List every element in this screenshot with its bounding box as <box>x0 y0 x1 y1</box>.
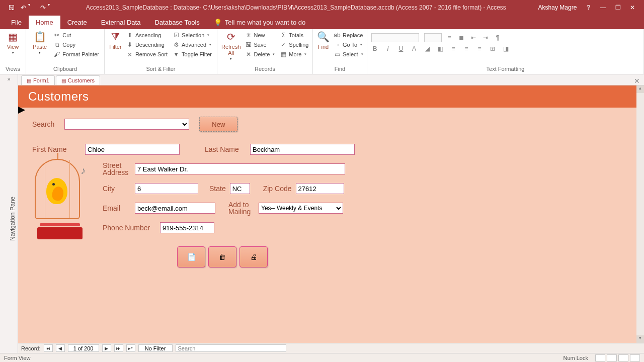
descending-button[interactable]: ⬇Descending <box>125 41 169 49</box>
remove-sort-button[interactable]: ⨯Remove Sort <box>125 50 169 58</box>
title-bar: 🖫 ↶▾ ↷▾ Access2013_SampleDatabase : Data… <box>0 0 644 15</box>
tell-me-text: Tell me what you want to do <box>225 19 305 26</box>
numbering-icon[interactable]: ≣ <box>458 34 465 41</box>
check-icon: ✓ <box>280 41 287 48</box>
tab-external-data[interactable]: External Data <box>94 16 148 29</box>
tab-create[interactable]: Create <box>60 16 94 29</box>
arrow-right-icon: → <box>334 41 341 48</box>
group-find-label: Find <box>317 66 363 73</box>
group-textfmt-label: Text Formatting <box>371 66 639 73</box>
cut-button[interactable]: ✂Cut <box>52 31 100 39</box>
brush-icon: 🖌 <box>53 51 60 58</box>
find-button[interactable]: 🔍 Find <box>317 31 330 50</box>
bullets-icon[interactable]: ≡ <box>446 34 453 41</box>
restore-icon[interactable]: ❐ <box>615 4 621 11</box>
window-title: Access2013_SampleDatabase : Database- C:… <box>54 4 538 11</box>
tab-home[interactable]: Home <box>29 16 60 29</box>
underline-button[interactable]: U <box>397 45 405 52</box>
group-clipboard-label: Clipboard <box>30 66 100 73</box>
grid-icon: ▦ <box>8 31 18 43</box>
tab-database-tools[interactable]: Database Tools <box>147 16 206 29</box>
tab-file[interactable]: File <box>4 16 29 29</box>
minimize-icon[interactable]: — <box>600 4 606 11</box>
close-icon[interactable]: ✕ <box>630 4 635 11</box>
new-button[interactable]: ✳New <box>244 31 276 39</box>
alt-row-icon[interactable]: ◨ <box>502 45 509 52</box>
tell-me[interactable]: 💡 Tell me what you want to do <box>207 16 312 29</box>
refresh-all-button[interactable]: ⟳ Refresh All ▾ <box>221 31 241 61</box>
ltr-icon[interactable]: ¶ <box>494 34 501 41</box>
gridlines-icon[interactable]: ⊞ <box>489 45 496 52</box>
funnel-icon: ⧩ <box>111 31 120 43</box>
new-icon: ✳ <box>245 32 252 39</box>
filter-button[interactable]: ⧩ Filter <box>109 31 122 50</box>
view-button[interactable]: ▦ View ▾ <box>4 31 22 55</box>
remove-sort-icon: ⨯ <box>126 51 133 58</box>
select-button[interactable]: ▭Select▾ <box>333 50 364 58</box>
italic-button[interactable]: I <box>384 45 391 52</box>
totals-button[interactable]: ΣTotals <box>279 31 309 39</box>
selection-button[interactable]: ☑Selection▾ <box>172 31 213 39</box>
replace-button[interactable]: abReplace <box>333 31 364 39</box>
advanced-icon: ⚙ <box>173 41 180 48</box>
copy-button[interactable]: ⧉Copy <box>52 41 100 49</box>
more-button[interactable]: ▦More▾ <box>279 50 309 58</box>
refresh-icon: ⟳ <box>227 31 235 43</box>
sort-desc-icon: ⬇ <box>126 41 133 48</box>
indent-icon[interactable]: ⇥ <box>482 34 489 41</box>
ribbon-tabs: File Home Create External Data Database … <box>0 15 644 29</box>
outdent-icon[interactable]: ⇤ <box>470 34 477 41</box>
copy-icon: ⧉ <box>53 41 60 48</box>
delete-button[interactable]: ✕Delete▾ <box>244 50 276 58</box>
save-icon: 🖫 <box>245 41 252 48</box>
bulb-icon: 💡 <box>214 19 222 26</box>
align-left-icon[interactable]: ≡ <box>450 45 457 52</box>
more-icon: ▦ <box>280 51 287 58</box>
spelling-button[interactable]: ✓Spelling <box>279 41 309 49</box>
ascending-button[interactable]: ⬆Ascending <box>125 31 169 39</box>
paste-button[interactable]: 📋 Paste ▾ <box>30 31 49 55</box>
save-icon[interactable]: 🖫 <box>8 4 15 12</box>
font-color-icon[interactable]: A <box>411 45 418 52</box>
save-button[interactable]: 🖫Save <box>244 41 276 49</box>
group-sortfilter-label: Sort & Filter <box>109 66 213 73</box>
group-views-label: Views <box>4 66 22 73</box>
align-center-icon[interactable]: ≡ <box>463 45 470 52</box>
help-icon[interactable]: ? <box>587 4 590 11</box>
toggle-filter-button[interactable]: ▼Toggle Filter <box>172 50 213 58</box>
align-right-icon[interactable]: ≡ <box>476 45 483 52</box>
fill-icon[interactable]: ◧ <box>437 45 444 52</box>
undo-icon[interactable]: ↶ <box>21 4 26 12</box>
format-painter-button[interactable]: 🖌Format Painter <box>52 50 100 58</box>
advanced-button[interactable]: ⚙Advanced▾ <box>172 41 213 49</box>
bold-button[interactable]: B <box>371 45 378 52</box>
ribbon: ▦ View ▾ Views 📋 Paste ▾ ✂Cut ⧉Copy 🖌For… <box>0 29 644 74</box>
redo-icon[interactable]: ↷ <box>40 4 46 12</box>
user-name[interactable]: Akshay Magre <box>538 4 577 11</box>
search-icon: 🔍 <box>317 31 330 43</box>
toggle-icon: ▼ <box>173 51 180 58</box>
group-records-label: Records <box>221 66 308 73</box>
goto-button[interactable]: →Go To▾ <box>333 41 364 49</box>
cursor-icon: ▭ <box>334 51 341 58</box>
clipboard-icon: 📋 <box>34 31 46 43</box>
font-combo[interactable] <box>371 33 419 42</box>
replace-icon: ab <box>334 32 341 39</box>
scissors-icon: ✂ <box>53 32 60 39</box>
delete-icon: ✕ <box>245 51 252 58</box>
highlight-icon[interactable]: ◢ <box>424 45 431 52</box>
sigma-icon: Σ <box>280 32 287 39</box>
sort-asc-icon: ⬆ <box>126 32 133 39</box>
selection-icon: ☑ <box>173 32 180 39</box>
font-size-combo[interactable] <box>424 33 442 42</box>
